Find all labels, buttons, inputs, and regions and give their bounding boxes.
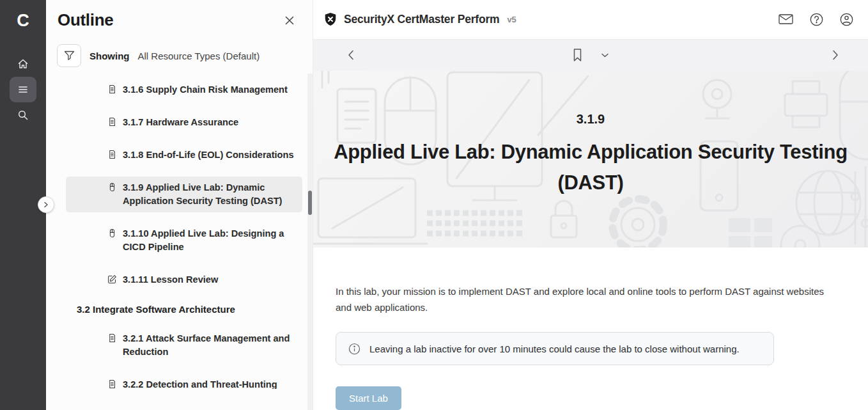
outline-button[interactable] [10, 77, 36, 102]
search-icon [17, 109, 29, 121]
chevron-right-icon [43, 201, 49, 208]
bookmark-menu-button[interactable] [597, 49, 613, 62]
product-title: SecurityX CertMaster Perform [344, 13, 499, 26]
outline-list: 3.1.6 Supply Chain Risk Management3.1.7 … [46, 67, 313, 389]
next-page-button[interactable] [827, 45, 844, 65]
lesson-content: In this lab, your mission is to implemen… [313, 248, 868, 410]
lesson-hero: 3.1.9 Applied Live Lab: Dynamic Applicat… [313, 71, 868, 248]
outline-item-label: 3.2.2 Detection and Threat-Hunting Enabl… [123, 378, 294, 389]
home-icon [17, 58, 29, 70]
collapse-panel-button[interactable] [38, 196, 54, 213]
chevron-left-icon [346, 49, 355, 61]
outline-item[interactable]: 3.1.8 End-of-Life (EOL) Considerations [66, 144, 302, 166]
outline-item[interactable]: 3.1.11 Lesson Review [66, 269, 302, 291]
outline-item-label: 3.1.9 Applied Live Lab: Dynamic Applicat… [123, 181, 294, 208]
previous-page-button[interactable] [343, 45, 359, 65]
bookmark-icon [572, 48, 583, 62]
close-outline-button[interactable] [282, 13, 297, 28]
messages-button[interactable] [777, 12, 795, 27]
outline-item-label: 3.2.1 Attack Surface Management and Redu… [123, 332, 294, 359]
outline-item-label: 3.1.6 Supply Chain Risk Management [123, 83, 288, 97]
document-icon [107, 150, 117, 159]
edit-icon [107, 274, 117, 284]
filter-button[interactable] [57, 44, 81, 67]
header-actions [777, 11, 855, 28]
list-icon [17, 84, 29, 95]
info-icon [348, 343, 360, 355]
document-icon [107, 379, 117, 389]
outline-item[interactable]: 3.2.2 Detection and Threat-Hunting Enabl… [66, 374, 302, 389]
filter-value[interactable]: All Resource Types (Default) [138, 51, 260, 61]
showing-label: Showing [89, 51, 130, 61]
lesson-intro-text: In this lab, your mission is to implemen… [336, 283, 828, 315]
mouse-icon [107, 182, 117, 192]
funnel-icon [64, 51, 75, 61]
search-button[interactable] [10, 102, 36, 128]
outline-scrollbar-thumb[interactable] [308, 191, 312, 215]
app-root: C Outline [0, 0, 868, 410]
securityx-shield-icon [323, 12, 337, 26]
mouse-icon [107, 228, 117, 238]
outline-item-label: 3.1.10 Applied Live Lab: Designing a CIC… [123, 227, 294, 254]
outline-panel: Outline Showing All Resource Types (Defa… [46, 0, 313, 410]
notice-text: Leaving a lab inactive for over 10 minut… [369, 343, 740, 354]
main-header: SecurityX CertMaster Perform v5 [313, 0, 868, 40]
account-icon [839, 12, 854, 27]
lesson-title: Applied Live Lab: Dynamic Application Se… [313, 137, 868, 198]
account-button[interactable] [838, 11, 855, 28]
comptia-logo[interactable]: C [17, 8, 29, 33]
lesson-toolbar [313, 40, 868, 72]
outline-item-label: 3.1.11 Lesson Review [123, 273, 218, 287]
help-icon [809, 12, 824, 27]
outline-scrollbar[interactable] [307, 74, 313, 410]
product-version: v5 [507, 15, 516, 24]
chevron-down-icon [601, 52, 609, 58]
inactivity-notice: Leaving a lab inactive for over 10 minut… [336, 332, 774, 365]
mail-icon [778, 13, 794, 26]
help-button[interactable] [808, 11, 825, 28]
main-area: SecurityX CertMaster Perform v5 [313, 0, 868, 410]
filter-row: Showing All Resource Types (Default) [46, 30, 313, 67]
outline-item[interactable]: 3.2.1 Attack Surface Management and Redu… [66, 327, 302, 363]
bookmark-button[interactable] [568, 44, 587, 66]
outline-item[interactable]: 3.1.9 Applied Live Lab: Dynamic Applicat… [66, 177, 302, 212]
outline-item-label: 3.1.7 Hardware Assurance [123, 116, 238, 129]
outline-item[interactable]: 3.1.10 Applied Live Lab: Designing a CIC… [66, 223, 302, 258]
outline-item[interactable]: 3.1.7 Hardware Assurance [66, 111, 302, 134]
outline-panel-title: Outline [58, 10, 113, 30]
document-icon [107, 333, 117, 343]
document-icon [107, 84, 117, 94]
document-icon [107, 117, 117, 127]
bookmark-group [568, 44, 613, 66]
start-lab-button[interactable]: Start Lab [336, 386, 401, 410]
lesson-number: 3.1.9 [577, 112, 605, 127]
outline-item[interactable]: 3.1.6 Supply Chain Risk Management [66, 79, 302, 101]
home-button[interactable] [10, 51, 36, 77]
outline-section-label[interactable]: 3.2 Integrate Software Architecture [77, 301, 302, 317]
chevron-right-icon [831, 49, 840, 61]
close-icon [284, 15, 295, 26]
outline-item-label: 3.1.8 End-of-Life (EOL) Considerations [123, 148, 294, 162]
brand: SecurityX CertMaster Perform v5 [323, 12, 516, 26]
